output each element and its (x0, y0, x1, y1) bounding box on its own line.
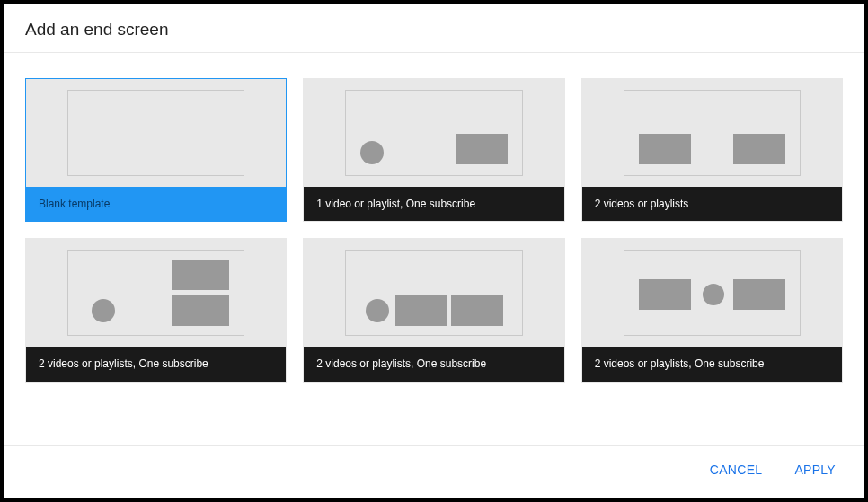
template-preview (304, 79, 563, 187)
template-label: 2 videos or playlists (582, 187, 842, 221)
template-preview (26, 79, 286, 187)
subscribe-icon (360, 141, 384, 164)
video-icon (172, 295, 229, 326)
template-preview (26, 239, 286, 347)
template-preview (304, 239, 563, 347)
video-icon (395, 295, 447, 326)
video-icon (639, 134, 691, 164)
preview-frame (67, 250, 244, 336)
subscribe-icon (92, 299, 115, 322)
template-preview (582, 79, 842, 187)
video-icon (733, 134, 785, 164)
template-card-2videos-sub-stacked[interactable]: 2 videos or playlists, One subscribe (25, 238, 287, 382)
subscribe-icon (366, 299, 389, 322)
template-card-sub-2videos-row[interactable]: 2 videos or playlists, One subscribe (303, 238, 564, 382)
end-screen-dialog: Add an end screen Blank template 1 video (4, 4, 864, 498)
preview-frame (345, 90, 522, 176)
subscribe-icon (703, 284, 724, 305)
template-card-video-sub-video[interactable]: 2 videos or playlists, One subscribe (581, 238, 843, 382)
template-label: Blank template (26, 187, 286, 221)
video-icon (639, 279, 691, 310)
dialog-content: Blank template 1 video or playlist, One … (4, 53, 864, 445)
template-label: 1 video or playlist, One subscribe (304, 187, 563, 221)
video-icon (172, 260, 229, 290)
video-icon (733, 279, 785, 310)
preview-frame (624, 250, 801, 336)
preview-frame (624, 90, 801, 176)
dialog-title: Add an end screen (25, 20, 843, 40)
video-icon (451, 295, 503, 326)
preview-frame (67, 90, 244, 176)
template-label: 2 videos or playlists, One subscribe (582, 347, 842, 381)
template-grid: Blank template 1 video or playlist, One … (25, 78, 843, 383)
apply-button[interactable]: APPLY (791, 457, 839, 482)
template-card-2videos[interactable]: 2 videos or playlists (581, 78, 843, 222)
preview-frame (345, 250, 522, 336)
video-icon (456, 134, 508, 164)
template-label: 2 videos or playlists, One subscribe (26, 347, 286, 381)
template-card-blank[interactable]: Blank template (25, 78, 287, 222)
template-label: 2 videos or playlists, One subscribe (304, 347, 563, 381)
template-card-1video-subscribe[interactable]: 1 video or playlist, One subscribe (303, 78, 564, 222)
dialog-footer: CANCEL APPLY (4, 445, 864, 498)
cancel-button[interactable]: CANCEL (706, 457, 766, 482)
dialog-header: Add an end screen (4, 4, 864, 53)
template-preview (582, 239, 842, 347)
